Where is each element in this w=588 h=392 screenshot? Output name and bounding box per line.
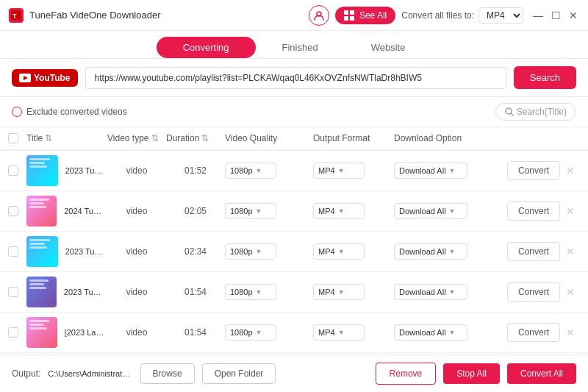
row-quality-dropdown-1[interactable]: 1080p ▼	[225, 163, 276, 179]
row-download-dropdown-5[interactable]: Download All ▼	[394, 324, 467, 341]
svg-text:T: T	[12, 13, 17, 20]
title-left: T TuneFab VideOne Downloader	[9, 8, 161, 23]
row-checkbox-cell-2	[0, 206, 26, 216]
table-body: 2023 TuneFab A... video 01:52 1080p ▼ MP…	[0, 151, 588, 353]
row-quality-dropdown-4[interactable]: 1080p ▼	[225, 284, 276, 300]
url-input[interactable]	[85, 67, 506, 89]
tab-website[interactable]: Website	[345, 37, 432, 58]
row-title-cell-3: 2023 TuneFab A...	[26, 236, 107, 267]
row-download-cell-2: Download All ▼	[394, 203, 507, 219]
open-folder-button[interactable]: Open Folder	[202, 363, 276, 384]
delete-button-1[interactable]: ✕	[566, 165, 575, 177]
title-search-box[interactable]: Search(Title)	[495, 103, 576, 121]
row-convert-cell-4: Convert	[507, 282, 566, 302]
row-format-dropdown-5[interactable]: MP4 ▼	[313, 324, 365, 341]
minimize-button[interactable]: —	[532, 10, 544, 21]
row-format-dropdown-1[interactable]: MP4 ▼	[313, 163, 365, 179]
row-delete-cell-5: ✕	[566, 327, 588, 338]
row-format-cell-4: MP4 ▼	[313, 284, 394, 300]
select-all-checkbox[interactable]	[8, 133, 18, 143]
convert-button-4[interactable]: Convert	[507, 282, 560, 302]
row-title-cell-4: 2023 TuneFab De...	[26, 277, 107, 307]
row-duration-5: 01:54	[166, 327, 225, 338]
row-download-dropdown-1[interactable]: Download All ▼	[394, 163, 467, 179]
row-checkbox-4[interactable]	[8, 287, 18, 297]
row-title-cell-5: [2023 Latest] Tun...	[26, 317, 107, 348]
row-convert-cell-2: Convert	[507, 202, 566, 221]
convert-button-2[interactable]: Convert	[507, 202, 560, 221]
row-quality-dropdown-2[interactable]: 1080p ▼	[225, 203, 276, 219]
row-checkbox-1[interactable]	[8, 165, 18, 176]
row-download-dropdown-4[interactable]: Download All ▼	[394, 284, 467, 300]
svg-rect-3	[344, 10, 348, 15]
row-checkbox-cell-4	[0, 287, 26, 297]
url-bar: YouTube Search	[0, 59, 588, 97]
browse-button[interactable]: Browse	[140, 363, 195, 384]
window-controls: — ☐ ✕	[532, 10, 579, 21]
row-format-dropdown-4[interactable]: MP4 ▼	[313, 284, 365, 300]
row-convert-cell-1: Convert	[507, 161, 566, 180]
row-checkbox-2[interactable]	[8, 206, 18, 216]
table-row: 2023 TuneFab De... video 01:54 1080p ▼ M…	[0, 272, 588, 313]
row-video-type-2: video	[107, 206, 166, 216]
header-title: Title ⇅	[26, 133, 107, 143]
row-video-type-3: video	[107, 246, 166, 257]
row-quality-dropdown-3[interactable]: 1080p ▼	[225, 243, 276, 260]
tab-finished[interactable]: Finished	[256, 37, 345, 58]
convert-button-3[interactable]: Convert	[507, 242, 560, 261]
tab-converting[interactable]: Converting	[157, 37, 256, 58]
thumbnail-3	[26, 236, 58, 267]
row-checkbox-3[interactable]	[8, 246, 18, 257]
filter-bar: Exclude converted videos Search(Title)	[0, 97, 588, 126]
row-title-cell-1: 2023 TuneFab A...	[26, 155, 107, 186]
exclude-converted-checkbox[interactable]: Exclude converted videos	[12, 107, 127, 117]
exclude-label: Exclude converted videos	[26, 107, 127, 117]
row-format-cell-3: MP4 ▼	[313, 243, 394, 260]
remove-button[interactable]: Remove	[376, 363, 437, 385]
row-delete-cell-2: ✕	[566, 205, 588, 217]
delete-button-2[interactable]: ✕	[566, 205, 575, 217]
video-table: Title ⇅ Video type ⇅ Duration ⇅ Video Qu…	[0, 126, 588, 354]
row-quality-cell-5: 1080p ▼	[225, 324, 313, 341]
title-right: See All Convert all files to: MP4 MP3 MK…	[309, 5, 579, 26]
convert-button-5[interactable]: Convert	[507, 323, 560, 342]
delete-button-4[interactable]: ✕	[566, 286, 575, 298]
delete-button-3[interactable]: ✕	[566, 246, 575, 257]
output-format-select[interactable]: MP4 MP3 MKV	[478, 7, 523, 24]
app-icon: T	[9, 8, 24, 23]
row-delete-cell-4: ✕	[566, 286, 588, 298]
row-download-cell-5: Download All ▼	[394, 324, 507, 341]
row-download-dropdown-2[interactable]: Download All ▼	[394, 203, 467, 219]
row-download-dropdown-3[interactable]: Download All ▼	[394, 243, 467, 260]
table-row: 2024 TuneFab Au... video 02:05 1080p ▼ M…	[0, 191, 588, 232]
row-video-type-5: video	[107, 327, 166, 338]
row-format-dropdown-3[interactable]: MP4 ▼	[313, 243, 365, 260]
user-account-icon[interactable]	[309, 5, 329, 26]
row-quality-cell-1: 1080p ▼	[225, 163, 313, 179]
stop-all-button[interactable]: Stop All	[443, 363, 500, 384]
header-video-quality: Video Quality	[225, 133, 313, 143]
row-format-dropdown-2[interactable]: MP4 ▼	[313, 203, 365, 219]
output-label: Output:	[12, 368, 40, 379]
row-download-cell-4: Download All ▼	[394, 284, 507, 300]
row-quality-cell-3: 1080p ▼	[225, 243, 313, 260]
app-title: TuneFab VideOne Downloader	[29, 10, 161, 21]
see-all-button[interactable]: See All	[335, 7, 395, 24]
row-video-type-4: video	[107, 287, 166, 297]
header-checkbox-cell	[0, 133, 26, 143]
delete-button-5[interactable]: ✕	[566, 327, 575, 338]
row-quality-dropdown-5[interactable]: 1080p ▼	[225, 324, 276, 341]
row-convert-cell-3: Convert	[507, 242, 566, 261]
row-duration-4: 01:54	[166, 287, 225, 297]
maximize-button[interactable]: ☐	[550, 10, 562, 21]
search-button[interactable]: Search	[514, 66, 576, 89]
row-download-cell-1: Download All ▼	[394, 163, 507, 179]
convert-all-button[interactable]: Convert All	[507, 363, 576, 384]
row-format-cell-5: MP4 ▼	[313, 324, 394, 341]
row-title-cell-2: 2024 TuneFab Au...	[26, 196, 107, 227]
row-duration-1: 01:52	[166, 165, 225, 176]
row-quality-cell-4: 1080p ▼	[225, 284, 313, 300]
convert-button-1[interactable]: Convert	[507, 161, 560, 180]
close-button[interactable]: ✕	[567, 10, 579, 21]
row-checkbox-5[interactable]	[8, 327, 18, 338]
